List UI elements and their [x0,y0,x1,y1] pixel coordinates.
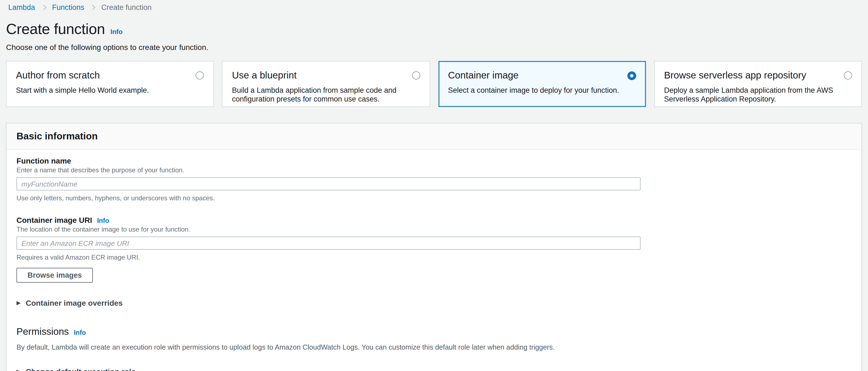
caret-right-icon: ▶ [17,369,21,371]
function-name-input[interactable] [17,177,641,191]
option-title: Container image [448,70,519,81]
option-card-browse-serverless-app-repository[interactable]: Browse serverless app repository Deploy … [654,61,862,107]
lambda-create-function-page: Lambda Functions Create function Create … [0,0,868,371]
breadcrumb-functions[interactable]: Functions [52,3,84,11]
radio-selected-icon[interactable] [627,71,636,80]
function-name-label: Function name [17,157,851,165]
breadcrumb-current: Create function [101,3,152,11]
creation-option-cards: Author from scratch Start with a simple … [6,61,862,107]
basic-information-panel: Basic information Function name Enter a … [6,123,862,371]
permissions-heading: Permissions [17,326,69,338]
function-name-description: Enter a name that describes the purpose … [17,166,851,174]
permissions-description: By default, Lambda will create an execut… [17,343,851,351]
chevron-right-icon [90,5,96,10]
container-image-overrides-label: Container image overrides [26,299,123,307]
permissions-info-link[interactable]: Info [74,329,86,336]
option-description: Build a Lambda application from sample c… [232,86,420,104]
radio-unselected-icon[interactable] [412,71,420,79]
option-card-container-image[interactable]: Container image Select a container image… [438,61,646,107]
browse-images-button[interactable]: Browse images [17,268,93,283]
radio-unselected-icon[interactable] [844,71,852,79]
caret-right-icon: ▶ [17,300,21,306]
breadcrumb: Lambda Functions Create function [6,0,862,11]
breadcrumb-lambda[interactable]: Lambda [8,3,35,11]
option-title: Author from scratch [16,70,100,81]
radio-unselected-icon[interactable] [196,71,204,79]
option-card-use-a-blueprint[interactable]: Use a blueprint Build a Lambda applicati… [222,61,430,107]
container-image-overrides-expander[interactable]: ▶ Container image overrides [17,299,851,307]
change-default-execution-role-expander[interactable]: ▶ Change default execution role [17,367,851,371]
option-description: Start with a simple Hello World example. [16,86,204,95]
container-image-uri-input[interactable] [17,237,641,250]
option-description: Deploy a sample Lambda application from … [664,86,852,104]
chevron-right-icon [41,5,46,10]
container-image-uri-label: Container image URI [17,216,92,225]
change-default-execution-role-label: Change default execution role [26,367,135,371]
option-title: Browse serverless app repository [664,70,806,81]
option-card-author-from-scratch[interactable]: Author from scratch Start with a simple … [6,61,214,107]
page-subtitle: Choose one of the following options to c… [6,43,862,52]
option-title: Use a blueprint [232,70,297,81]
container-image-uri-hint: Requires a valid Amazon ECR image URI. [17,254,851,261]
option-description: Select a container image to deploy for y… [448,86,636,95]
title-info-link[interactable]: Info [111,28,123,36]
container-image-uri-info-link[interactable]: Info [97,217,109,225]
function-name-hint: Use only letters, numbers, hyphens, or u… [17,194,851,202]
container-image-uri-description: The location of the container image to u… [17,226,851,233]
function-name-field-group: Function name Enter a name that describe… [17,157,851,202]
page-title: Create function [6,21,105,38]
container-image-uri-field-group: Container image URI Info The location of… [17,216,851,261]
panel-title: Basic information [17,131,851,142]
panel-header: Basic information [7,124,861,150]
